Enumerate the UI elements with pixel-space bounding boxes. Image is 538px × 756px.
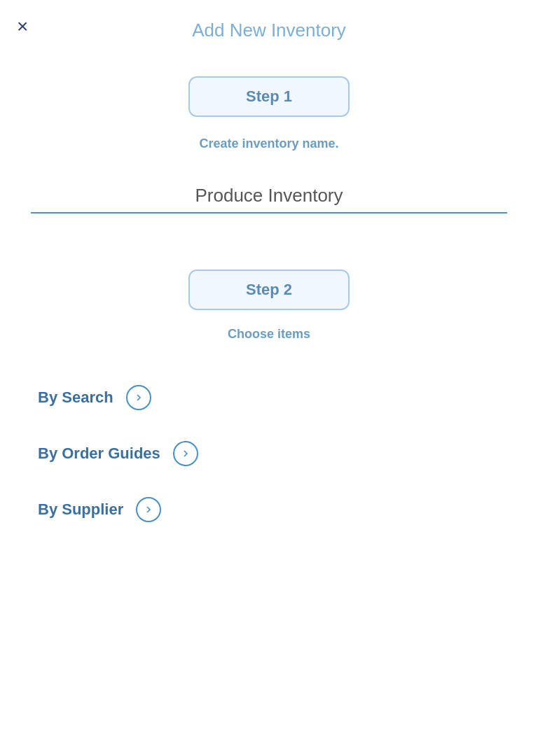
by-supplier-label: By Supplier (38, 500, 123, 519)
inventory-name-field-wrapper (31, 179, 507, 214)
step2-badge: Step 2 (188, 270, 350, 310)
by-order-guides-arrow-icon (173, 441, 198, 466)
page-title: Add New Inventory (0, 0, 538, 41)
step2-description: Choose items (228, 327, 310, 342)
options-list: By Search By Order Guides By Supplier (31, 370, 507, 538)
step1-description: Create inventory name. (199, 136, 338, 151)
by-search-label: By Search (38, 388, 113, 407)
option-by-supplier[interactable]: By Supplier (31, 482, 507, 538)
by-order-guides-label: By Order Guides (38, 444, 160, 463)
main-content: Step 1 Create inventory name. Step 2 Cho… (0, 41, 538, 538)
option-by-search[interactable]: By Search (31, 370, 507, 426)
by-search-arrow-icon (126, 385, 151, 410)
close-button[interactable]: × (17, 17, 28, 36)
by-supplier-arrow-icon (136, 497, 161, 522)
option-by-order-guides[interactable]: By Order Guides (31, 426, 507, 482)
step1-badge: Step 1 (188, 76, 350, 117)
inventory-name-input[interactable] (31, 179, 507, 214)
